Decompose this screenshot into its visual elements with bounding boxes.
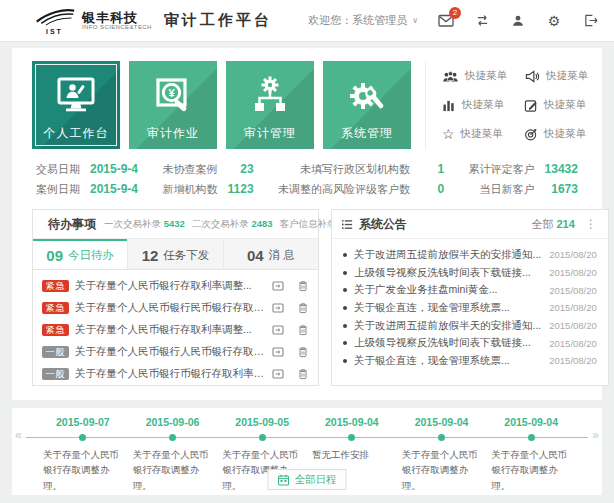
trash-icon <box>297 368 309 380</box>
delete-button[interactable] <box>297 324 309 336</box>
tile-system-manage[interactable]: 系统管理 <box>323 61 411 149</box>
delete-button[interactable] <box>297 346 309 358</box>
timeline-entry-text: 关于存量个人民币银行存取调整办理。 <box>133 447 213 494</box>
announcement-link[interactable]: 关于改进周五提前放假半天的安排通知... <box>354 319 541 333</box>
announcements-list: 关于改进周五提前放假半天的安排通知... 2015/08/20 上级领导视察反洗… <box>332 239 608 370</box>
stat-label: 交易日期 <box>36 162 80 177</box>
stat-group-dates: 交易日期 2015-9-4 案例日期 2015-9-4 <box>36 162 138 197</box>
timeline-entry: 2015-09-07 关于存量个人民币银行存取调整办理。 <box>38 415 128 494</box>
tile-personal-workspace[interactable]: 个人工作台 <box>32 61 120 149</box>
all-schedule-button[interactable]: 全部日程 <box>268 469 347 490</box>
announcement-link[interactable]: 上级领导视察反洗钱时间表下载链接... <box>354 336 541 350</box>
stat-value: 2015-9-4 <box>90 162 138 177</box>
timeline-date: 2015-09-04 <box>491 415 571 429</box>
announcement-link[interactable]: 关于银企直连，现金管理系统票... <box>354 301 541 315</box>
bullet-icon <box>343 288 347 292</box>
announcement-link[interactable]: 关于广发金业务挂盘mini黄金... <box>354 283 541 297</box>
quick-menu-item-1[interactable]: 快捷菜单 <box>442 67 516 85</box>
logo: IST 银丰科技 INFO SCIENCE&TECH <box>34 7 152 35</box>
quick-menu-item-2[interactable]: 快捷菜单 <box>524 67 598 85</box>
list-icon <box>341 219 353 230</box>
todo-item-actions <box>272 324 309 336</box>
timeline-prev-icon[interactable]: « <box>15 429 22 441</box>
announcement-date: 2015/08/20 <box>549 267 597 278</box>
tab-today-todo[interactable]: 09 今日待办 <box>33 239 127 269</box>
delete-button[interactable] <box>297 368 309 380</box>
announcement-link[interactable]: 关于银企直连，现金管理系统票... <box>354 354 541 368</box>
tile-label: 系统管理 <box>341 125 393 142</box>
delete-button[interactable] <box>297 280 309 292</box>
stat-label: 当日新客户 <box>469 182 535 197</box>
priority-badge: 一般 <box>42 368 69 380</box>
user-button[interactable] <box>510 13 526 29</box>
todo-item-link[interactable]: 关于存量个人民币银行人民币银行存取利率调整... <box>75 345 264 359</box>
tab-task-dispatch[interactable]: 12 任务下发 <box>127 239 222 269</box>
mail-badge: 2 <box>449 7 461 19</box>
quick-menu-item-5[interactable]: ☆ 快捷菜单 <box>442 125 516 143</box>
stat-value: 23 <box>228 162 254 177</box>
timeline-entry: 2015-09-04 关于存量个人民币银行存取调整办理。 <box>397 415 487 494</box>
logout-button[interactable] <box>582 13 598 29</box>
mail-button[interactable]: 2 <box>438 13 454 29</box>
archive-button[interactable] <box>272 324 284 336</box>
todo-item-link[interactable]: 关于存量个人民币银行币银行存取利率调整... <box>75 367 264 381</box>
timeline-dot-icon <box>79 434 86 441</box>
todo-panel-title: 待办事项 <box>48 216 96 233</box>
timeline-next-icon[interactable]: » <box>592 429 599 441</box>
todo-list-item: 一般 关于存量个人民币银行人民币银行存取利率调整... <box>42 341 309 363</box>
priority-badge: 一般 <box>42 346 69 358</box>
timeline-entry-text: 关于存量个人民币银行存取调整办理。 <box>43 447 123 494</box>
archive-button[interactable] <box>272 346 284 358</box>
user-menu[interactable]: 欢迎您：系统管理员 ∨ <box>308 13 418 28</box>
bullet-icon <box>343 253 347 257</box>
announcement-item: 上级领导视察反洗钱时间表下载链接... 2015/08/20 <box>343 334 597 352</box>
svg-text:¥: ¥ <box>168 87 175 99</box>
todo-item-actions <box>272 346 309 358</box>
todo-list-item: 紧急 关于存量个人民币银行存取利率调整... <box>42 275 309 297</box>
stat-value: 1 <box>420 162 444 177</box>
tab-messages[interactable]: 04 消 息 <box>223 239 318 269</box>
user-icon <box>511 14 525 27</box>
stats-row: 交易日期 2015-9-4 案例日期 2015-9-4 未协查案例 23 新增机… <box>32 162 582 197</box>
settings-button[interactable]: ⚙ <box>546 13 562 29</box>
announcement-link[interactable]: 上级领导视察反洗钱时间表下载链接... <box>354 266 541 280</box>
announcement-link[interactable]: 关于改进周五提前放假半天的安排通知... <box>354 248 541 262</box>
timeline-dot-icon <box>348 434 355 441</box>
archive-button[interactable] <box>272 302 284 314</box>
welcome-text: 欢迎您：系统管理员 <box>308 13 407 28</box>
transfer-button[interactable] <box>474 13 490 29</box>
calendar-icon <box>278 474 290 486</box>
bullet-icon <box>343 324 347 328</box>
announcements-panel: 系统公告 全部 214 ⋮ 关于改进周五提前放假半天的安排通知... 2015/… <box>331 209 609 386</box>
todo-item-link[interactable]: 关于存量个人人民币银行民币银行存取利率调整... <box>75 301 264 315</box>
system-manage-icon <box>345 73 389 119</box>
stat-label: 未协查案例 <box>163 162 218 177</box>
archive-button[interactable] <box>272 280 284 292</box>
view-all-link[interactable]: 全部 214 <box>531 217 574 232</box>
timeline-dot-icon <box>438 434 445 441</box>
speaker-icon <box>524 70 540 83</box>
workspace-icon <box>54 73 98 119</box>
logo-swoosh-icon: IST <box>34 7 76 35</box>
todo-item-link[interactable]: 关于存量个人民币银行存取利率调整... <box>75 279 264 293</box>
quick-menu-item-6[interactable]: 快捷菜单 <box>524 125 598 143</box>
todo-tabs: 09 今日待办 12 任务下发 04 消 息 <box>33 239 318 270</box>
more-icon[interactable]: ⋮ <box>583 217 599 231</box>
tile-label: 审计管理 <box>244 125 296 142</box>
stat-label: 案例日期 <box>36 182 80 197</box>
stat-value: 13432 <box>545 162 578 177</box>
announcement-item: 关于银企直连，现金管理系统票... 2015/08/20 <box>343 299 597 317</box>
announcement-date: 2015/08/20 <box>549 302 597 313</box>
tile-audit-work[interactable]: ¥ 审计作业 <box>129 61 217 149</box>
announcement-item: 关于广发金业务挂盘mini黄金... 2015/08/20 <box>343 281 597 299</box>
archive-icon <box>272 302 284 314</box>
todo-item-actions <box>272 368 309 380</box>
archive-button[interactable] <box>272 368 284 380</box>
todo-item-link[interactable]: 关于存量个人民币银行存取利率调整... <box>75 323 264 337</box>
bullet-icon <box>343 306 347 310</box>
quick-menu-item-4[interactable]: 快捷菜单 <box>524 96 598 114</box>
quick-menu-item-3[interactable]: 快捷菜单 <box>442 96 516 114</box>
tile-audit-manage[interactable]: 审计管理 <box>226 61 314 149</box>
timeline-entry-text: 暂无工作安排 <box>312 447 392 463</box>
delete-button[interactable] <box>297 302 309 314</box>
